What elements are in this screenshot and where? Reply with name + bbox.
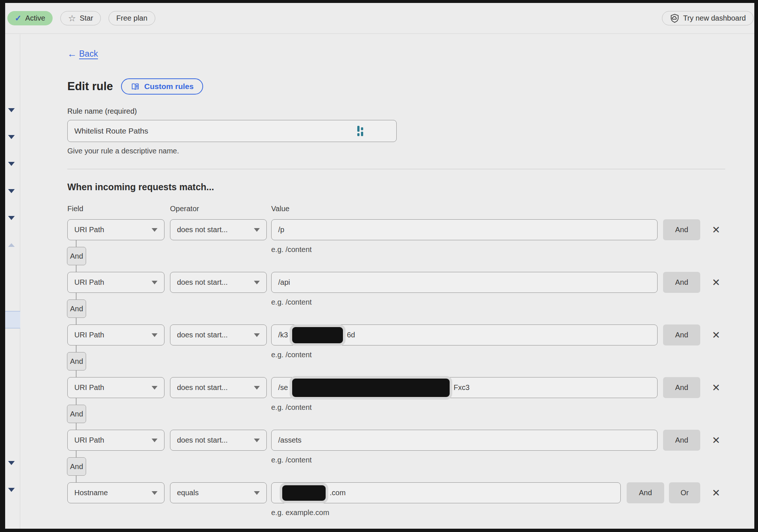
page-title: Edit rule [67, 80, 113, 93]
condition-rows: URI Path does not start... /p And ✕ e.g.… [20, 219, 754, 529]
back-arrow-icon: ← [67, 49, 77, 58]
condition-row: URI Path does not start... /se Fxc3 And … [20, 377, 754, 430]
operator-select-value: does not start... [177, 278, 249, 287]
field-select[interactable]: URI Path [67, 272, 164, 293]
add-and-button[interactable]: And [663, 430, 700, 451]
field-select-value: URI Path [74, 278, 146, 287]
back-link[interactable]: ← Back [67, 48, 98, 59]
value-text: /api [278, 278, 290, 287]
try-new-dashboard-label: Try new dashboard [683, 14, 746, 22]
plan-badge: Free plan [109, 11, 155, 25]
top-bar: ✓ Active ☆ Star Free plan Try new [5, 3, 754, 34]
add-and-button[interactable]: And [627, 482, 664, 503]
add-and-button[interactable]: And [663, 377, 700, 398]
field-select[interactable]: URI Path [67, 430, 164, 451]
remove-condition-button[interactable]: ✕ [705, 272, 727, 293]
sidebar-caret-down-icon[interactable] [8, 189, 15, 193]
chevron-down-icon [254, 439, 260, 442]
value-input[interactable]: /api [271, 272, 658, 293]
chevron-down-icon [152, 386, 157, 390]
value-input[interactable]: /assets [271, 430, 658, 451]
sidebar-caret-down-icon[interactable] [8, 461, 15, 465]
field-select-value: URI Path [74, 226, 146, 234]
chevron-down-icon [152, 491, 157, 495]
connector-chip: And [67, 457, 86, 476]
value-input[interactable]: /p [271, 219, 658, 240]
add-and-button[interactable]: And [663, 219, 700, 240]
section-divider [67, 169, 725, 169]
chevron-down-icon [152, 228, 157, 232]
sidebar-caret-up-icon[interactable] [8, 243, 15, 247]
field-select-value: URI Path [74, 331, 146, 339]
rule-name-helper: Give your rule a descriptive name. [67, 147, 754, 156]
sidebar-caret-down-icon[interactable] [8, 488, 15, 492]
back-label: Back [79, 49, 98, 59]
chevron-down-icon [254, 386, 260, 390]
value-text: /assets [278, 436, 301, 444]
rule-name-label: Rule name (required) [67, 107, 754, 116]
remove-condition-button[interactable]: ✕ [705, 482, 727, 503]
status-badge-label: Active [25, 14, 45, 22]
plan-badge-label: Free plan [116, 14, 148, 22]
remove-condition-button[interactable]: ✕ [705, 377, 727, 398]
sidebar-selected-row[interactable] [5, 311, 20, 329]
field-select[interactable]: URI Path [67, 377, 164, 398]
zone-status-group: ✓ Active ☆ Star Free plan [7, 11, 155, 25]
add-and-button[interactable]: And [663, 272, 700, 293]
check-icon: ✓ [15, 14, 21, 22]
sidebar-caret-down-icon[interactable] [8, 216, 15, 220]
star-icon: ☆ [68, 14, 76, 23]
sidebar-caret-down-icon[interactable] [8, 108, 15, 112]
password-manager-icon[interactable] [356, 125, 365, 137]
app-window: ✓ Active ☆ Star Free plan Try new [5, 3, 754, 529]
book-icon [131, 82, 140, 91]
chevron-down-icon [254, 281, 260, 284]
custom-rules-label: Custom rules [144, 82, 194, 91]
value-input[interactable]: .com [271, 482, 621, 503]
remove-condition-button[interactable]: ✕ [705, 430, 727, 451]
chevron-down-icon [254, 228, 260, 232]
sidebar-caret-down-icon[interactable] [8, 162, 15, 166]
value-helper: e.g. /content [271, 403, 312, 412]
redaction-block [280, 483, 328, 503]
remove-condition-button[interactable]: ✕ [705, 219, 727, 240]
field-select[interactable]: Hostname [67, 482, 164, 503]
value-helper: e.g. /content [271, 456, 312, 464]
rule-name-input[interactable] [67, 120, 397, 142]
chevron-down-icon [152, 333, 157, 337]
field-select[interactable]: URI Path [67, 219, 164, 240]
operator-select[interactable]: does not start... [170, 272, 267, 293]
add-and-button[interactable]: And [663, 324, 700, 345]
operator-select[interactable]: does not start... [170, 430, 267, 451]
column-headers: Field Operator Value [20, 205, 754, 213]
value-helper: e.g. /content [271, 351, 312, 359]
column-header-field: Field [67, 205, 83, 213]
chevron-down-icon [152, 439, 157, 442]
connector-chip: And [67, 405, 86, 423]
add-or-button[interactable]: Or [669, 482, 700, 503]
operator-select[interactable]: equals [170, 482, 267, 503]
operator-select[interactable]: does not start... [170, 377, 267, 398]
operator-select-value: does not start... [177, 226, 249, 234]
field-select[interactable]: URI Path [67, 324, 164, 345]
rule-name-wrap [20, 120, 397, 142]
chevron-down-icon [152, 281, 157, 284]
condition-row: URI Path does not start... /k3 6d And ✕ [20, 324, 754, 377]
sidebar-caret-down-icon[interactable] [8, 135, 15, 139]
value-input[interactable]: /k3 6d [271, 324, 658, 345]
field-select-value: URI Path [74, 436, 146, 444]
operator-select[interactable]: does not start... [170, 324, 267, 345]
value-helper: e.g. example.com [271, 508, 329, 517]
topbar-right: Try new dashboard [662, 11, 754, 25]
redaction-block [290, 376, 452, 400]
sidebar [5, 34, 20, 529]
remove-condition-button[interactable]: ✕ [705, 324, 727, 345]
title-row: Edit rule Custom rules [67, 78, 754, 95]
main-panel: ← Back Edit rule Custom rules Rule name … [20, 34, 754, 529]
try-new-dashboard-button[interactable]: Try new dashboard [662, 11, 754, 25]
star-button[interactable]: ☆ Star [60, 11, 101, 25]
custom-rules-button[interactable]: Custom rules [121, 78, 203, 95]
operator-select[interactable]: does not start... [170, 219, 267, 240]
value-input[interactable]: /se Fxc3 [271, 377, 658, 398]
value-helper: e.g. /content [271, 245, 312, 254]
